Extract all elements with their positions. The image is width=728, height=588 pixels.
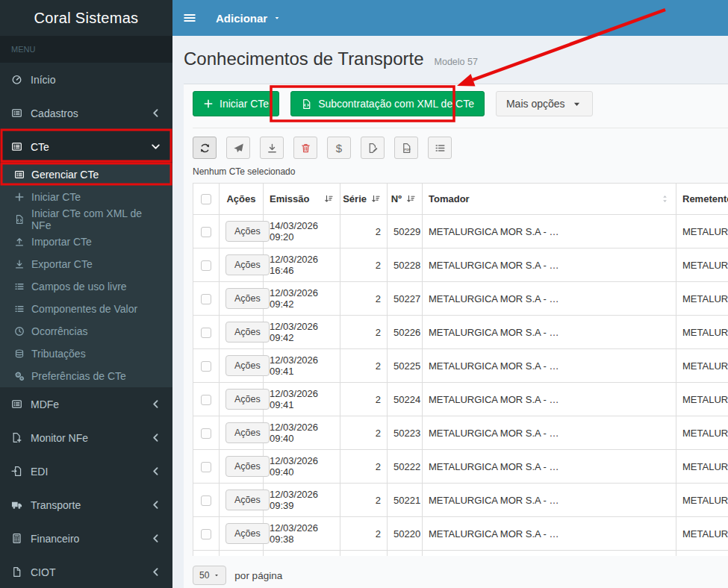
cell-serie: 2	[340, 450, 388, 484]
row-actions-button[interactable]: Ações	[225, 355, 270, 376]
row-actions-button[interactable]: Ações	[225, 288, 270, 309]
cell-emissao: 12/03/2026 09:41	[264, 349, 340, 383]
subcontratacao-xml-button[interactable]: Subcontratação com XML de CTe	[290, 91, 485, 116]
submenu-item-preferencias-cte[interactable]: Preferências de CTe	[0, 365, 172, 387]
row-actions-button[interactable]: Ações	[225, 254, 270, 275]
cell-serie: 2	[340, 517, 388, 551]
submenu-item-label: Tributações	[31, 348, 86, 360]
sidebar-item-cte[interactable]: CTe	[0, 130, 172, 163]
row-actions-button[interactable]: Ações	[225, 456, 270, 477]
file-edit-icon	[367, 143, 379, 154]
submenu-item-label: Ocorrências	[31, 325, 87, 337]
cell-remetente: METALURGICA MOR S.A - …	[676, 383, 728, 416]
sidebar-item-cadastros[interactable]: Cadastros	[0, 96, 172, 130]
sidebar-item-label: CIOT	[31, 566, 55, 578]
send-button[interactable]	[226, 137, 250, 159]
delete-button[interactable]	[293, 137, 317, 159]
sidebar-item-inicio[interactable]: Início	[0, 63, 172, 96]
submenu-item-ocorrencias[interactable]: Ocorrências	[0, 320, 172, 343]
table-header-row: Ações Emissão Série Nº	[193, 184, 728, 215]
submenu-item-importar-cte[interactable]: Importar CTe	[0, 231, 172, 253]
sidebar-item-label: Início	[31, 74, 55, 86]
row-actions-button[interactable]: Ações	[225, 523, 270, 544]
column-header-numero[interactable]: Nº	[388, 184, 423, 215]
sidebar: Coral Sistemas MENU Início Cadastros CTe…	[0, 0, 172, 588]
truck-icon	[11, 499, 22, 510]
column-header-tomador[interactable]: Tomador	[423, 184, 676, 215]
billing-button[interactable]: $	[327, 137, 351, 159]
refresh-button[interactable]	[193, 137, 217, 159]
row-actions-button[interactable]: Ações	[225, 422, 270, 443]
gears-icon	[14, 371, 25, 381]
sidebar-toggle-button[interactable]	[172, 0, 207, 36]
edit-file-button[interactable]	[361, 137, 385, 159]
row-checkbox[interactable]	[201, 462, 211, 472]
sidebar-section-header: MENU	[0, 36, 172, 63]
submenu-item-tributacoes[interactable]: Tributações	[0, 343, 172, 365]
cell-emissao: 12/03/2026 16:46	[264, 248, 340, 282]
file-code-icon	[301, 98, 312, 110]
sidebar-item-edi[interactable]: EDI	[0, 454, 172, 488]
list-view-button[interactable]	[428, 137, 452, 159]
sidebar-item-mdfe[interactable]: MDFe	[0, 387, 172, 421]
pagination: 50 por página	[193, 566, 728, 585]
row-checkbox[interactable]	[201, 495, 211, 506]
serie-label: Série	[343, 193, 367, 204]
column-header-emissao[interactable]: Emissão	[264, 184, 340, 215]
mais-opcoes-button[interactable]: Mais opções	[496, 91, 593, 116]
cell-emissao: 12/03/2026 09:40	[264, 450, 340, 484]
iniciar-cte-button[interactable]: Iniciar CTe	[193, 91, 279, 116]
sidebar-item-label: Financeiro	[31, 533, 79, 545]
row-checkbox[interactable]	[201, 328, 211, 338]
sort-amount-icon	[324, 194, 334, 204]
cell-serie: 2	[340, 316, 388, 349]
submenu-item-gerenciar-cte[interactable]: Gerenciar CTe	[0, 163, 172, 186]
adicionar-menu-button[interactable]: Adicionar	[207, 0, 290, 36]
sidebar-item-financeiro[interactable]: Financeiro	[0, 522, 172, 555]
select-all-checkbox[interactable]	[201, 194, 211, 204]
caret-down-icon	[273, 14, 281, 22]
row-checkbox[interactable]	[201, 294, 211, 304]
row-checkbox[interactable]	[201, 395, 211, 405]
row-checkbox[interactable]	[201, 428, 211, 439]
cell-emissao: 12/03/2026 09:42	[264, 316, 340, 349]
cell-serie: 2	[340, 349, 388, 383]
submenu-item-iniciar-cte[interactable]: Iniciar CTe	[0, 186, 172, 208]
cell-serie: 2	[340, 416, 388, 450]
sidebar-item-ciot[interactable]: CIOT	[0, 555, 172, 588]
sidebar-item-transporte[interactable]: Transporte	[0, 488, 172, 522]
sidebar-item-monitor-nfe[interactable]: Monitor NFe	[0, 421, 172, 454]
row-actions-button[interactable]: Ações	[225, 490, 270, 510]
row-checkbox[interactable]	[201, 227, 211, 237]
row-checkbox[interactable]	[201, 361, 211, 372]
row-actions-button[interactable]: Ações	[225, 322, 270, 343]
refresh-icon	[199, 143, 211, 154]
submenu-item-exportar-cte[interactable]: Exportar CTe	[0, 253, 172, 275]
row-checkbox[interactable]	[201, 260, 211, 271]
row-checkbox[interactable]	[201, 529, 211, 539]
cell-numero: 50226	[388, 316, 423, 349]
cell-numero: 50227	[388, 282, 423, 316]
sort-amount-icon	[406, 194, 416, 204]
download-button[interactable]	[260, 137, 284, 159]
submenu-item-iniciar-cte-xml[interactable]: Iniciar CTe com XML de NFe	[0, 208, 172, 231]
submenu-item-componentes-valor[interactable]: Componentes de Valor	[0, 298, 172, 320]
table-row: Ações 14/03/2026 09:20 2 50229 METALURGI…	[193, 215, 728, 248]
brand-logo[interactable]: Coral Sistemas	[0, 0, 172, 36]
pdf-button[interactable]	[394, 137, 418, 159]
pdf-file-icon	[401, 143, 412, 154]
table-row: Ações 12/03/2026 09:42 2 50226 METALURGI…	[193, 316, 728, 349]
cell-tomador: METALURGICA MOR S.A - …	[423, 316, 676, 349]
cell-tomador: METALURGICA MOR S.A - …	[423, 517, 676, 551]
cell-tomador: METALURGICA MOR S.A - …	[423, 215, 676, 248]
column-header-serie[interactable]: Série	[340, 184, 388, 215]
row-actions-button[interactable]: Ações	[225, 389, 270, 410]
submenu-item-campos-uso-livre[interactable]: Campos de uso livre	[0, 275, 172, 298]
page-size-select[interactable]: 50	[193, 566, 226, 585]
column-header-remetente[interactable]: Remetente	[676, 184, 728, 215]
adicionar-label: Adicionar	[216, 12, 267, 25]
table-row: Ações 12/03/2026 09:40 2 50222 METALURGI…	[193, 450, 728, 484]
cell-remetente: METALURGICA MOR S.A - …	[676, 215, 728, 248]
submenu-item-label: Importar CTe	[31, 236, 92, 248]
row-actions-button[interactable]: Ações	[225, 221, 270, 242]
